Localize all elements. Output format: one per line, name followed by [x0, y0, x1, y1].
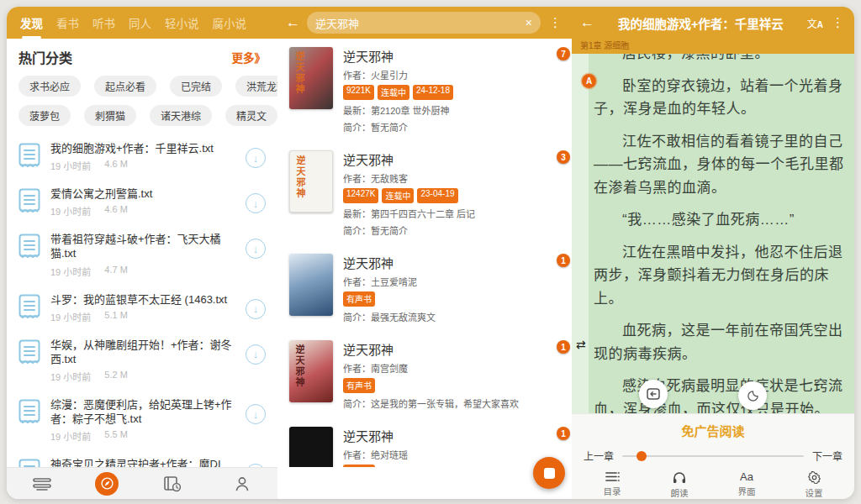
back-icon[interactable]: ←: [286, 14, 300, 31]
category-chip[interactable]: 起点必看: [94, 76, 156, 97]
menu-kebab-icon[interactable]: ⋮: [547, 15, 563, 30]
discover-panel: 发现 看书 听书 同人 轻小说 腐小说 热门分类 更多》 求书必应 起点必看 已…: [7, 7, 277, 499]
search-result-item[interactable]: 逆天邪神 逆天邪神 作者：南宫剑魔 有声书 简介：这是我的第一张专辑，希望大家喜…: [277, 332, 572, 418]
interface-button[interactable]: Aa 界面: [723, 471, 770, 499]
tab-fanfic[interactable]: 同人: [129, 14, 151, 31]
translate-icon[interactable]: 文A: [807, 16, 823, 30]
download-icon[interactable]: ↓: [246, 193, 266, 213]
search-result-item[interactable]: 逆天邪神 逆天邪神 作者：无敌贱客 12427K 连载中 23-04-19 最新…: [277, 142, 572, 245]
category-chip[interactable]: 菠萝包: [18, 105, 71, 126]
crescent-icon: [747, 390, 759, 402]
tab-read[interactable]: 看书: [56, 14, 79, 31]
download-icon[interactable]: ↓: [246, 404, 266, 424]
toc-button[interactable]: 目录: [589, 471, 636, 499]
document-icon: [18, 234, 40, 259]
document-icon: [18, 459, 40, 467]
book-intro: 简介：暂无简介: [343, 223, 560, 237]
toc-label: 目录: [604, 485, 621, 497]
document-icon: [18, 339, 40, 365]
menu-kebab-icon[interactable]: ⋮: [830, 15, 846, 30]
settings-icon: [808, 471, 821, 484]
back-icon[interactable]: ←: [580, 14, 594, 31]
category-chip[interactable]: 洪荒龙珠: [235, 76, 277, 97]
chapter-label: 第1章 源细胞: [580, 39, 629, 51]
audiobook-badge: 有声书: [343, 291, 375, 307]
book-intro: 简介：这是我的第一张专辑，希望大家喜欢: [343, 396, 560, 410]
book-author: 作者：南宫剑魔: [343, 361, 560, 375]
swap-arrows-icon[interactable]: ⇄: [576, 338, 586, 351]
file-size: 5.2 M: [104, 370, 128, 383]
prev-chapter-button[interactable]: 上一章: [584, 449, 614, 463]
read-aloud-button[interactable]: 朗读: [656, 471, 703, 499]
file-time: 19 小时前: [50, 204, 91, 218]
search-result-item[interactable]: 逆天邪神 作者：绝对琏瑶 有声书 简介：暂无简介 1: [277, 418, 572, 467]
download-icon[interactable]: ↓: [246, 344, 266, 365]
download-icon[interactable]: ↓: [246, 148, 266, 168]
file-row[interactable]: 带着祖符穿越斗破+作者：飞天大橘猫.txt 19 小时前4.7 M ↓: [18, 225, 266, 285]
file-title: 神奇宝贝之精灵守护者+作者：魔DI瘾.txt: [50, 457, 235, 467]
bottom-nav-bar: [7, 467, 277, 499]
page-edge-overlay: [572, 54, 589, 413]
category-chip[interactable]: 求书必应: [18, 76, 81, 97]
progress-slider[interactable]: [622, 455, 804, 457]
book-author: 作者：无敌贱客: [343, 171, 560, 185]
settings-button[interactable]: 设置: [790, 471, 837, 499]
tab-listen[interactable]: 听书: [92, 14, 115, 31]
slider-thumb[interactable]: [637, 451, 647, 461]
book-author: 作者：土豆爱啃泥: [343, 275, 560, 288]
bookshelf-icon[interactable]: [25, 472, 59, 496]
file-list: 我的细胞游戏+作者：千里祥云.txt 19 小时前4.6 M ↓ 爱情公寓之刑警…: [18, 134, 266, 467]
annotation-a-badge-icon[interactable]: A: [582, 74, 596, 88]
category-chip[interactable]: 诸天港综: [150, 105, 212, 126]
next-chapter-button[interactable]: 下一章: [812, 449, 843, 463]
search-result-item[interactable]: 逆天邪神 作者：土豆爱啃泥 有声书 简介：最强无敌流爽文 1: [277, 245, 572, 332]
book-intro: 简介：最强无敌流爽文: [343, 310, 560, 323]
profile-icon[interactable]: [225, 472, 259, 496]
document-icon: [18, 294, 40, 319]
more-link[interactable]: 更多》: [232, 49, 267, 66]
discover-body: 热门分类 更多》 求书必应 起点必看 已完结 洪荒龙珠 菠萝包 刺猬猫 诸天港综…: [7, 39, 277, 467]
file-row[interactable]: 综漫：恶魔便利店，给妃英理上铐+作者：粽子不想飞.txt 19 小时前5.5 M…: [18, 391, 266, 450]
paragraph: 卧室的穿衣镜边，站着一个光着身子，浑身是血的年轻人。: [594, 75, 846, 121]
tab-bl-novel[interactable]: 腐小说: [213, 14, 247, 31]
font-icon: Aa: [740, 471, 753, 482]
tab-light-novel[interactable]: 轻小说: [165, 14, 199, 31]
download-icon[interactable]: ↓: [246, 299, 266, 319]
file-row[interactable]: 我的细胞游戏+作者：千里祥云.txt 19 小时前4.6 M ↓: [18, 134, 266, 180]
stop-fab-button[interactable]: [533, 457, 565, 489]
file-row[interactable]: 神奇宝贝之精灵守护者+作者：魔DI瘾.txt 昨天22:275.5 M ↓: [18, 450, 266, 467]
file-time: 19 小时前: [50, 265, 91, 278]
search-query: 逆天邪神: [315, 15, 520, 31]
file-row[interactable]: 华娱，从神雕剧组开始！+作者：谢冬西.txt 19 小时前5.2 M ↓: [18, 331, 266, 391]
clear-icon[interactable]: ×: [526, 16, 532, 29]
book-author: 作者：绝对琏瑶: [343, 448, 560, 461]
float-window-button[interactable]: [639, 380, 668, 408]
book-author: 作者：火星引力: [343, 68, 560, 81]
category-chip[interactable]: 精灵文: [225, 105, 277, 126]
search-input[interactable]: 逆天邪神 ×: [307, 12, 541, 34]
book-title: 逆天邪神: [343, 47, 560, 65]
category-chip[interactable]: 已完结: [170, 76, 222, 97]
app-window: 发现 看书 听书 同人 轻小说 腐小说 热门分类 更多》 求书必应 起点必看 已…: [7, 7, 854, 499]
file-size: 4.6 M: [104, 204, 128, 218]
document-icon: [18, 188, 40, 213]
file-row[interactable]: 斗罗：我的蓝银草不太正经 (1463.txt 19 小时前5.1 M ↓: [18, 286, 266, 331]
tab-discover[interactable]: 发现: [20, 14, 43, 31]
source-count-badge: 1: [557, 427, 570, 440]
paragraph: 血死病，这是一年前在帝国凭空出现的病毒疾病。: [594, 319, 846, 365]
compass-icon[interactable]: [95, 472, 119, 496]
category-chip[interactable]: 刺猬猫: [84, 105, 136, 126]
rotate-moon-button[interactable]: [738, 381, 767, 410]
bookstore-icon[interactable]: [156, 472, 189, 496]
ad-free-link[interactable]: 免广告阅读: [572, 422, 854, 439]
file-row[interactable]: 爱情公寓之刑警篇.txt 19 小时前4.6 M ↓: [18, 180, 266, 225]
paragraph: “我……感染了血死病……”: [594, 208, 846, 232]
book-cover: 逆天邪神: [289, 47, 333, 109]
file-time: 19 小时前: [50, 429, 91, 443]
download-icon[interactable]: ↓: [246, 239, 266, 259]
book-title: 逆天邪神: [343, 340, 560, 358]
file-title: 综漫：恶魔便利店，给妃英理上铐+作者：粽子不想飞.txt: [50, 397, 235, 426]
document-icon: [18, 399, 40, 424]
book-latest: 最新：第2120章 世外厨神: [343, 103, 560, 117]
search-result-item[interactable]: 逆天邪神 逆天邪神 作者：火星引力 9221K 连载中 24-12-18 最新：…: [277, 39, 572, 142]
